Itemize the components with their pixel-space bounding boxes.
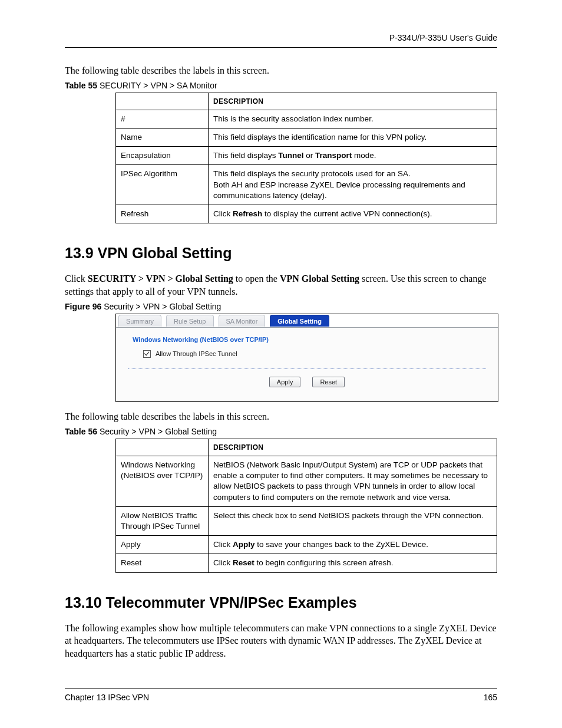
t: to display the current active VPN connec… [262,209,432,218]
tab-sa-monitor[interactable]: SA Monitor [219,315,266,327]
figure-96-caption-rest: Security > VPN > Global Setting [101,302,221,311]
t: to open the [233,274,280,284]
table-row: Name This field displays the identificat… [116,129,497,147]
allow-ipsec-label: Allow Through IPSec Tunnel [156,350,237,357]
separator [128,368,486,369]
intro-text-55: The following table describes the labels… [65,64,497,77]
table-row: Windows Networking (NetBIOS over TCP/IP)… [116,456,497,506]
cell-desc: This is the security association index n… [209,110,497,128]
table-row: # This is the security association index… [116,110,497,128]
table-55: DESCRIPTION # This is the security assoc… [115,93,497,224]
t: to begin configuring this screen afresh. [254,558,394,567]
t: Click [213,558,233,567]
table-55-caption-rest: SECURITY > VPN > SA Monitor [97,81,217,90]
t: or [304,151,316,160]
header-guide-name: P-334U/P-335U User's Guide [65,33,497,42]
cell-label: Apply [116,536,209,554]
table-56-desc-hdr: DESCRIPTION [209,439,497,456]
cell-label: IPSec Algorithm [116,165,209,205]
footer-page-number: 165 [484,693,497,702]
footer: Chapter 13 IPSec VPN 165 [65,689,497,702]
table-56: DESCRIPTION Windows Networking (NetBIOS … [115,439,497,573]
table-row: Reset Click Reset to begin configuring t… [116,554,497,572]
table-row: DESCRIPTION [116,439,497,456]
cell-desc: NetBIOS (Network Basic Input/Output Syst… [209,456,497,506]
t: This field displays [213,151,278,160]
t: Click [213,540,233,549]
bold: Transport [315,151,352,160]
table-56-caption-bold: Table 56 [65,427,97,436]
cell-desc: This field displays the security protoco… [209,165,497,205]
t: to save your changes back to the ZyXEL D… [255,540,428,549]
cell-label: Encapsulation [116,147,209,165]
table-56-blank-hdr [116,439,209,456]
t: Click [213,209,233,218]
table-55-blank-hdr [116,93,209,110]
section-13-9-paragraph: Click SECURITY > VPN > Global Setting to… [65,272,497,298]
cell-label: # [116,110,209,128]
section-13-9-heading: 13.9 VPN Global Setting [65,245,497,262]
table-55-caption: Table 55 SECURITY > VPN > SA Monitor [65,81,497,90]
footer-chapter: Chapter 13 IPSec VPN [65,693,149,702]
tab-bar: Summary Rule Setup SA Monitor Global Set… [116,314,498,328]
cell-desc: Click Apply to save your changes back to… [209,536,497,554]
cell-label: Refresh [116,205,209,223]
checkbox-row: Allow Through IPSec Tunnel [116,349,498,369]
t: mode. [352,151,376,160]
cell-desc: Click Refresh to display the current act… [209,205,497,223]
figure-96-caption-bold: Figure 96 [65,302,101,311]
tab-summary[interactable]: Summary [118,315,161,327]
figure-96-caption: Figure 96 Security > VPN > Global Settin… [65,302,497,311]
netbios-section-title: Windows Networking (NetBIOS over TCP/IP) [116,328,498,349]
page: P-334U/P-335U User's Guide The following… [0,0,562,728]
section-13-10-paragraph: The following examples show how multiple… [65,622,497,660]
cell-desc: Select this check box to send NetBIOS pa… [209,506,497,535]
table-row: Apply Click Apply to save your changes b… [116,536,497,554]
bold: SECURITY > VPN > Global Setting [88,274,233,284]
tab-global-setting[interactable]: Global Setting [270,315,329,327]
reset-button[interactable]: Reset [312,377,345,387]
table-row: DESCRIPTION [116,93,497,110]
table-row: Allow NetBIOS Traffic Through IPSec Tunn… [116,506,497,535]
table-56-caption-rest: Security > VPN > Global Setting [97,427,217,436]
bold: Reset [233,558,254,567]
cell-label: Reset [116,554,209,572]
bold: Apply [233,540,255,549]
header-rule [65,47,497,48]
section-13-10-heading: 13.10 Telecommuter VPN/IPSec Examples [65,594,497,611]
table-row: Refresh Click Refresh to display the cur… [116,205,497,223]
t: This field displays the security protoco… [213,169,411,178]
table-row: Encapsulation This field displays Tunnel… [116,147,497,165]
footer-rule [65,689,497,689]
table-55-caption-bold: Table 55 [65,81,97,90]
allow-ipsec-checkbox[interactable] [143,350,151,358]
button-row: Apply Reset [116,376,498,401]
cell-label: Allow NetBIOS Traffic Through IPSec Tunn… [116,506,209,535]
t: Both AH and ESP increase ZyXEL Device pr… [213,180,465,200]
bold: Refresh [233,209,262,218]
table-56-caption: Table 56 Security > VPN > Global Setting [65,427,497,436]
apply-button[interactable]: Apply [269,377,301,387]
cell-desc: Click Reset to begin configuring this sc… [209,554,497,572]
t: Click [65,274,88,284]
bold: VPN Global Setting [280,274,359,284]
bold: Tunnel [278,151,303,160]
cell-label: Windows Networking (NetBIOS over TCP/IP) [116,456,209,506]
intro-text-56: The following table describes the labels… [65,410,497,423]
cell-desc: This field displays the identification n… [209,129,497,147]
table-55-desc-hdr: DESCRIPTION [209,93,497,110]
cell-desc: This field displays Tunnel or Transport … [209,147,497,165]
tab-rule-setup[interactable]: Rule Setup [166,315,213,327]
cell-label: Name [116,129,209,147]
figure-96-screenshot: Summary Rule Setup SA Monitor Global Set… [115,314,498,403]
table-row: IPSec Algorithm This field displays the … [116,165,497,205]
